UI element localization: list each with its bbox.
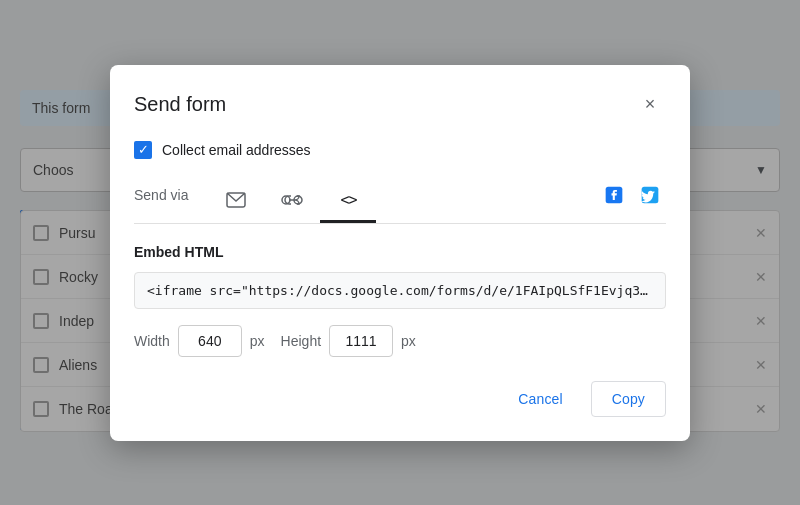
width-unit: px bbox=[250, 333, 265, 349]
collect-email-checkbox[interactable]: ✓ bbox=[134, 141, 152, 159]
collect-email-label: Collect email addresses bbox=[162, 142, 311, 158]
dialog-footer: Cancel Copy bbox=[134, 381, 666, 417]
width-group: Width px bbox=[134, 325, 265, 357]
tab-email[interactable] bbox=[208, 179, 264, 223]
facebook-icon bbox=[604, 185, 624, 205]
height-input[interactable] bbox=[329, 325, 393, 357]
height-unit: px bbox=[401, 333, 416, 349]
checkmark-icon: ✓ bbox=[138, 143, 149, 156]
width-input[interactable] bbox=[178, 325, 242, 357]
social-icons-group bbox=[598, 179, 666, 223]
close-button[interactable]: × bbox=[634, 89, 666, 121]
twitter-share-button[interactable] bbox=[634, 179, 666, 211]
tab-link[interactable] bbox=[264, 179, 320, 223]
dialog-title: Send form bbox=[134, 93, 226, 116]
close-icon: × bbox=[645, 94, 656, 115]
dimensions-row: Width px Height px bbox=[134, 325, 666, 357]
send-form-dialog: Send form × ✓ Collect email addresses Se… bbox=[110, 65, 690, 441]
twitter-icon bbox=[640, 185, 660, 205]
tab-icons-group: <> bbox=[208, 179, 598, 222]
embed-icon: <> bbox=[340, 191, 356, 209]
embed-code-display: <iframe src="https://docs.google.com/for… bbox=[134, 272, 666, 309]
width-label: Width bbox=[134, 333, 170, 349]
cancel-button[interactable]: Cancel bbox=[498, 381, 582, 417]
facebook-share-button[interactable] bbox=[598, 179, 630, 211]
email-icon bbox=[226, 192, 246, 208]
embed-section: Embed HTML <iframe src="https://docs.goo… bbox=[134, 224, 666, 417]
tab-embed[interactable]: <> bbox=[320, 179, 376, 223]
copy-button[interactable]: Copy bbox=[591, 381, 666, 417]
send-via-label: Send via bbox=[134, 187, 188, 215]
collect-email-row: ✓ Collect email addresses bbox=[134, 141, 666, 159]
height-group: Height px bbox=[281, 325, 416, 357]
link-icon bbox=[281, 194, 303, 206]
dialog-header: Send form × bbox=[134, 89, 666, 121]
height-label: Height bbox=[281, 333, 321, 349]
send-via-row: Send via <> bbox=[134, 179, 666, 224]
embed-title: Embed HTML bbox=[134, 244, 666, 260]
